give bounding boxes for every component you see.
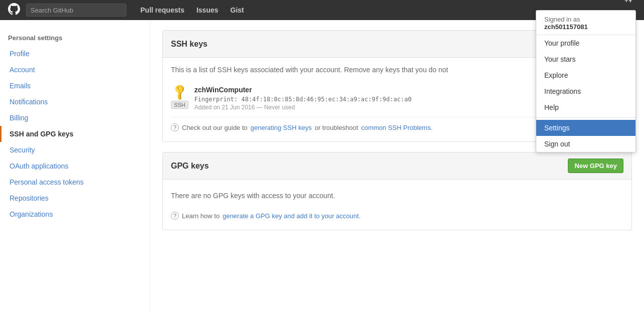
- signed-in-info: Signed in as zch501157081: [536, 11, 635, 35]
- new-gpg-key-button[interactable]: New GPG key: [568, 159, 623, 173]
- gist-link[interactable]: Gist: [225, 0, 250, 20]
- sidebar-item-profile[interactable]: Profile: [0, 46, 150, 62]
- user-dropdown-menu: Signed in as zch501157081 Your profile Y…: [536, 10, 636, 152]
- key-meta: Added on 21 Jun 2016 — Never used: [194, 104, 412, 111]
- gpg-help-text: Learn how to: [182, 212, 220, 220]
- dropdown-divider: [536, 117, 635, 118]
- key-icon: 🔑: [170, 83, 189, 101]
- gpg-empty-text: There are no GPG keys with access to you…: [171, 188, 623, 206]
- dropdown-your-stars[interactable]: Your stars: [536, 51, 635, 67]
- sidebar: Personal settings Profile Account Emails…: [0, 20, 150, 313]
- pull-requests-link[interactable]: Pull requests: [134, 0, 190, 20]
- dropdown-explore[interactable]: Explore: [536, 67, 635, 83]
- sidebar-item-security[interactable]: Security: [0, 142, 150, 158]
- sidebar-title: Personal settings: [0, 30, 150, 46]
- key-info: zchWinComputer Fingerprint: 48:4f:18:0c:…: [194, 86, 412, 111]
- ssh-help-connector: or troubleshoot: [315, 124, 358, 131]
- generate-gpg-key-link[interactable]: generate a GPG key and add it to your ac…: [223, 212, 360, 220]
- sidebar-item-billing[interactable]: Billing: [0, 110, 150, 126]
- signed-in-username: zch501157081: [544, 23, 627, 31]
- ssh-keys-title: SSH keys: [171, 40, 207, 49]
- gpg-keys-header: GPG keys New GPG key: [163, 152, 631, 180]
- signed-in-label: Signed in as: [544, 16, 580, 23]
- gpg-help-circle-icon: ?: [171, 212, 179, 220]
- github-logo-icon: [8, 3, 20, 18]
- help-circle-icon: ?: [171, 123, 179, 131]
- issues-link[interactable]: Issues: [190, 0, 225, 20]
- generating-ssh-keys-link[interactable]: generating SSH keys: [251, 124, 312, 131]
- sidebar-item-personal-access-tokens[interactable]: Personal access tokens: [0, 174, 150, 190]
- key-name: zchWinComputer: [194, 86, 412, 94]
- sidebar-item-organizations[interactable]: Organizations: [0, 206, 150, 222]
- fingerprint-label: Fingerprint:: [194, 96, 238, 103]
- header-right-actions: +▾ ▾ Signed in as zch501157081 Your prof…: [620, 0, 636, 30]
- gpg-help-line: ? Learn how to generate a GPG key and ad…: [171, 206, 623, 222]
- key-fingerprint: Fingerprint: 48:4f:18:0c:85:8d:46:95:ec:…: [194, 96, 412, 103]
- key-icon-wrap: 🔑 SSH: [171, 86, 188, 109]
- header-nav: Pull requests Issues Gist: [134, 0, 250, 20]
- sidebar-item-account[interactable]: Account: [0, 62, 150, 78]
- header: Pull requests Issues Gist +▾ ▾ Signed in…: [0, 0, 644, 20]
- key-used: Never used: [264, 104, 295, 111]
- dropdown-sign-out[interactable]: Sign out: [536, 136, 635, 152]
- gpg-keys-section: GPG keys New GPG key There are no GPG ke…: [162, 152, 632, 230]
- gpg-keys-title: GPG keys: [171, 162, 209, 171]
- sidebar-item-repositories[interactable]: Repositories: [0, 190, 150, 206]
- gpg-keys-body: There are no GPG keys with access to you…: [163, 180, 631, 230]
- dropdown-settings[interactable]: Settings: [536, 120, 635, 136]
- ssh-help-text: Check out our guide to: [182, 124, 248, 131]
- new-item-button[interactable]: +▾: [620, 0, 636, 10]
- common-ssh-problems-link[interactable]: common SSH Problems.: [361, 124, 433, 131]
- dropdown-help[interactable]: Help: [536, 99, 635, 115]
- sidebar-item-ssh-gpg-keys[interactable]: SSH and GPG keys: [0, 126, 150, 142]
- dropdown-integrations[interactable]: Integrations: [536, 83, 635, 99]
- sidebar-item-emails[interactable]: Emails: [0, 78, 150, 94]
- ssh-badge: SSH: [171, 101, 188, 109]
- sidebar-item-notifications[interactable]: Notifications: [0, 94, 150, 110]
- key-added: Added on 21 Jun 2016: [194, 104, 255, 111]
- fingerprint-value: 48:4f:18:0c:85:8d:46:95:ec:34:a9:ac:9f:9…: [242, 96, 412, 103]
- dropdown-your-profile[interactable]: Your profile: [536, 35, 635, 51]
- search-input[interactable]: [26, 4, 126, 17]
- sidebar-item-oauth-apps[interactable]: OAuth applications: [0, 158, 150, 174]
